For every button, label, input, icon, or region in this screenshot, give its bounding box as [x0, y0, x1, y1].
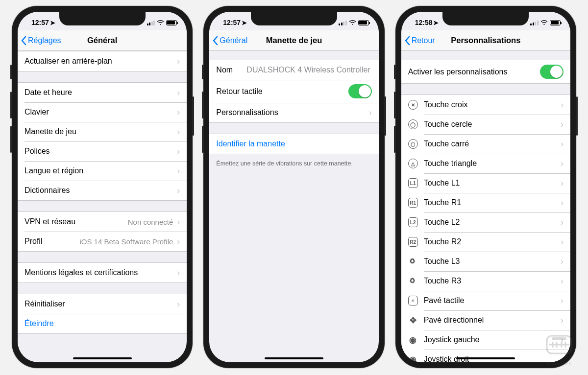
r3-icon: ⭘	[408, 276, 418, 286]
triangle-icon: △	[408, 159, 418, 168]
button-label: Touche triangle	[424, 159, 561, 168]
circle-icon: ◯	[408, 119, 418, 129]
row-button-R3[interactable]: ⭘Touche R3›	[401, 271, 570, 291]
r2-icon: R2	[408, 237, 418, 247]
wifi-icon	[157, 19, 164, 26]
back-button[interactable]: Réglages	[21, 30, 61, 50]
row-button-cross[interactable]: ✕Touche croix›	[401, 95, 570, 115]
row-name[interactable]: NomDUALSHOCK 4 Wireless Controller	[209, 60, 378, 80]
status-time: 12:58➤	[415, 19, 439, 26]
row-dictionaries[interactable]: Dictionnaires›	[18, 181, 187, 200]
phone-customizations: 12:58➤ Retour Personnalisations Activer …	[395, 6, 576, 368]
r1-icon: R1	[408, 198, 418, 208]
chevron-icon: ›	[561, 198, 564, 207]
row-fonts[interactable]: Polices›	[18, 141, 187, 161]
status-time: 12:57➤	[223, 19, 247, 26]
row-button-triangle[interactable]: △Touche triangle›	[401, 154, 570, 173]
row-language-region[interactable]: Langue et région›	[18, 161, 187, 181]
row-shutdown[interactable]: Éteindre	[18, 314, 187, 333]
row-date-time[interactable]: Date et heure›	[18, 83, 187, 102]
battery-icon	[358, 20, 369, 25]
button-label: Pavé tactile	[424, 296, 561, 305]
row-button-L1[interactable]: L1Touche L1›	[401, 173, 570, 193]
back-button[interactable]: Général	[212, 30, 247, 50]
button-label: Touche L2	[424, 218, 561, 227]
cross-icon: ✕	[408, 100, 418, 110]
content[interactable]: NomDUALSHOCK 4 Wireless Controller Retou…	[209, 51, 378, 362]
chevron-icon: ›	[561, 257, 564, 266]
page-title: Général	[87, 36, 117, 45]
button-label: Touche R1	[424, 198, 561, 207]
chevron-icon: ›	[561, 100, 564, 109]
notch	[251, 12, 337, 25]
phone-controller: 12:57➤ Général Manette de jeu NomDUALSHO…	[203, 6, 384, 368]
button-label: Touche carré	[424, 140, 561, 148]
row-background-refresh[interactable]: Actualiser en arrière-plan›	[18, 51, 187, 71]
content[interactable]: Actualiser en arrière-plan› Date et heur…	[18, 51, 187, 362]
row-game-controller[interactable]: Manette de jeu›	[18, 122, 187, 141]
page-title: Personnalisations	[451, 36, 520, 45]
nav-bar: Général Manette de jeu	[209, 30, 378, 51]
signal-icon	[147, 20, 155, 25]
row-identify-controller[interactable]: Identifier la manette	[209, 134, 378, 154]
row-keyboard[interactable]: Clavier›	[18, 102, 187, 122]
svg-rect-1	[552, 337, 566, 340]
row-legal[interactable]: Mentions légales et certifications›	[18, 263, 187, 282]
row-button-R1[interactable]: R1Touche R1›	[401, 193, 570, 212]
chevron-icon: ›	[561, 316, 564, 325]
footer-hint: Émettez une série de vibrations sur cett…	[209, 157, 378, 170]
dpad-icon: ✥	[408, 315, 418, 325]
chevron-icon: ›	[561, 120, 564, 129]
row-button-L3[interactable]: ⭘Touche L3›	[401, 252, 570, 271]
row-button-R2[interactable]: R2Touche R2›	[401, 232, 570, 252]
row-button-touchpad[interactable]: +Pavé tactile›	[401, 291, 570, 310]
page-title: Manette de jeu	[266, 36, 322, 45]
button-label: Touche R2	[424, 237, 561, 246]
customizations-toggle[interactable]	[540, 65, 564, 79]
home-indicator[interactable]	[265, 357, 323, 359]
chevron-icon: ›	[561, 159, 564, 168]
touchpad-icon: +	[408, 296, 418, 305]
row-profile[interactable]: ProfiliOS 14 Beta Software Profile›	[18, 232, 187, 251]
row-vpn[interactable]: VPN et réseauNon connecté›	[18, 212, 187, 232]
row-reset[interactable]: Réinitialiser›	[18, 294, 187, 314]
button-label: Pavé directionnel	[424, 316, 561, 325]
signal-icon	[530, 20, 539, 25]
notch	[59, 12, 146, 25]
button-label: Touche L1	[424, 179, 561, 188]
haptic-toggle[interactable]	[348, 84, 372, 98]
chevron-icon: ›	[177, 57, 180, 66]
square-icon: ▢	[408, 139, 418, 149]
chevron-icon: ›	[561, 237, 564, 246]
wifi-icon	[540, 19, 548, 26]
chevron-icon: ›	[561, 296, 564, 305]
row-button-L2[interactable]: L2Touche L2›	[401, 212, 570, 232]
row-enable-customizations[interactable]: Activer les personnalisations	[401, 60, 570, 83]
chevron-icon: ›	[561, 218, 564, 227]
watermark: iPhoneSoft.fr	[537, 327, 581, 371]
l3-icon: ⭘	[408, 257, 418, 266]
home-indicator[interactable]	[456, 357, 515, 359]
signal-icon	[339, 20, 347, 25]
button-label: Touche L3	[424, 257, 561, 266]
nav-bar: Retour Personnalisations	[401, 30, 570, 51]
row-haptic[interactable]: Retour tactile	[209, 80, 378, 103]
l1-icon: L1	[408, 178, 418, 188]
button-label: Touche cercle	[424, 120, 561, 129]
row-button-square[interactable]: ▢Touche carré›	[401, 134, 570, 154]
notch	[442, 12, 529, 25]
battery-icon	[166, 20, 177, 25]
row-button-circle[interactable]: ◯Touche cercle›	[401, 115, 570, 134]
home-indicator[interactable]	[73, 357, 132, 359]
phone-general: 12:57➤ Réglages Général Actualiser en ar…	[12, 6, 193, 368]
chevron-icon: ›	[561, 277, 564, 285]
nav-bar: Réglages Général	[18, 30, 187, 51]
chevron-icon: ›	[561, 179, 564, 188]
content[interactable]: Activer les personnalisations ✕Touche cr…	[401, 51, 570, 362]
back-button[interactable]: Retour	[404, 30, 435, 50]
stick-right-icon: ◉	[408, 354, 418, 362]
status-time: 12:57➤	[31, 19, 55, 26]
battery-icon	[550, 20, 561, 25]
row-customizations[interactable]: Personnalisations›	[209, 103, 378, 122]
l2-icon: L2	[408, 217, 418, 227]
